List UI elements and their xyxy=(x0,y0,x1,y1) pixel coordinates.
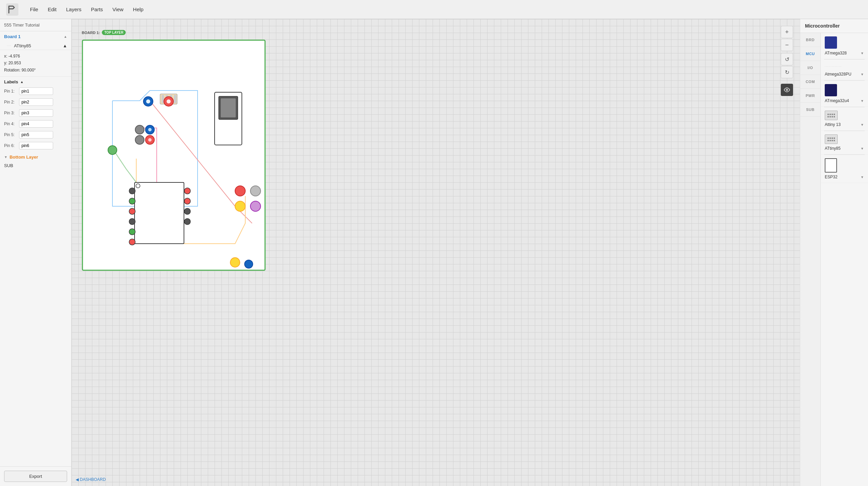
atmega328-arrow: ▼ xyxy=(861,51,864,55)
pin-4-label: Pin 4: xyxy=(4,122,16,126)
rotate-controls: ↺ ↻ xyxy=(781,53,793,78)
svg-point-39 xyxy=(786,89,788,91)
menu-layers[interactable]: Layers xyxy=(66,5,81,14)
menu-edit[interactable]: Edit xyxy=(48,5,57,14)
nav-pwr[interactable]: PWR xyxy=(800,89,820,103)
component-esp32: ESP32 ▼ xyxy=(821,155,868,183)
atmega328pu-dropdown[interactable]: Atmega328PU ▼ xyxy=(825,72,864,77)
pin-5-input[interactable] xyxy=(19,131,53,139)
zoom-controls: + − xyxy=(781,26,793,51)
zoom-in-button[interactable]: + xyxy=(781,26,793,38)
right-nav: BRD MCU I/O COM PWR SUB xyxy=(800,33,821,486)
atmega328-dropdown[interactable]: ATmega328 ▼ xyxy=(825,51,864,55)
svg-rect-0 xyxy=(6,3,18,16)
pin-row-6: Pin 6: xyxy=(0,140,71,151)
pcb-svg xyxy=(82,39,266,271)
coordinates-section: x: -4.976 y: 20.953 Rotation: 90.000° xyxy=(0,50,71,77)
pin-4-input[interactable] xyxy=(19,120,53,128)
labels-header[interactable]: Labels ▲ xyxy=(0,77,71,86)
esp32-chip xyxy=(825,158,837,173)
coord-y: y: 20.953 xyxy=(4,60,67,66)
svg-point-6 xyxy=(129,208,135,214)
right-panel: Microcontroller BRD MCU I/O COM PWR SUB xyxy=(800,19,868,486)
atmega328pu-label: Atmega328PU xyxy=(825,72,851,77)
nav-sub[interactable]: SUB xyxy=(800,103,820,117)
bottom-layer-label: Bottom Layer xyxy=(10,155,38,160)
coord-rotation: Rotation: 90.000° xyxy=(4,67,67,74)
zoom-out-button[interactable]: − xyxy=(781,39,793,51)
svg-rect-18 xyxy=(174,95,176,103)
component-attiny13: Attiny 13 ▼ xyxy=(821,107,868,131)
eye-btn-container xyxy=(781,84,793,96)
atmega32u4-chip xyxy=(825,84,837,96)
pin-2-input[interactable] xyxy=(19,98,53,106)
svg-point-34 xyxy=(250,186,261,196)
menu-help[interactable]: Help xyxy=(133,5,143,14)
attiny-header[interactable]: ···· ATtiny85 ▲ xyxy=(0,42,71,50)
board-1-header[interactable]: Board 1 ▲ xyxy=(0,31,71,42)
board-container: BOARD 1: TOP LAYER xyxy=(82,39,266,271)
nav-io[interactable]: I/O xyxy=(800,61,820,75)
main-layout: 555 Timer Tutorial Board 1 ▲ ···· ATtiny… xyxy=(0,19,868,486)
attiny-dots: ···· xyxy=(7,44,11,47)
attiny85-dropdown[interactable]: ATtiny85 ▼ xyxy=(825,146,864,151)
esp32-label: ESP32 xyxy=(825,175,837,179)
pin-1-label: Pin 1: xyxy=(4,89,16,94)
menu-parts[interactable]: Parts xyxy=(91,5,103,14)
right-panel-title: Microcontroller xyxy=(800,19,868,33)
attiny-chevron: ▲ xyxy=(63,43,67,48)
svg-point-32 xyxy=(108,146,117,155)
rotate-cw-button[interactable]: ↻ xyxy=(781,66,793,78)
pin-row-2: Pin 2: xyxy=(0,97,71,108)
attiny13-chip xyxy=(825,111,838,120)
atmega328pu-chip: ············ xyxy=(825,63,837,70)
attiny85-label: ATtiny85 xyxy=(825,146,840,151)
bottom-layer-row[interactable]: ▼ Bottom Layer xyxy=(0,151,71,161)
menu-file[interactable]: File xyxy=(30,5,38,14)
nav-com[interactable]: COM xyxy=(800,75,820,89)
board-label: BOARD 1: TOP LAYER xyxy=(82,30,126,35)
atmega328pu-arrow: ▼ xyxy=(861,72,864,76)
svg-point-33 xyxy=(235,186,245,196)
svg-point-26 xyxy=(135,125,144,134)
canvas-area: BOARD 1: TOP LAYER xyxy=(72,19,800,486)
pin-row-3: Pin 3: xyxy=(0,108,71,118)
dashboard-link[interactable]: ◀ DASHBOARD xyxy=(76,477,106,482)
labels-text: Labels xyxy=(4,79,18,84)
pin-6-label: Pin 6: xyxy=(4,143,16,148)
atmega32u4-arrow: ▼ xyxy=(861,99,864,103)
attiny85-arrow: ▼ xyxy=(861,147,864,150)
svg-point-28 xyxy=(148,128,152,131)
pin-5-label: Pin 5: xyxy=(4,132,16,137)
labels-chevron: ▲ xyxy=(20,80,24,84)
esp32-dropdown[interactable]: ESP32 ▼ xyxy=(825,175,864,179)
svg-point-35 xyxy=(235,201,245,211)
menu-view[interactable]: View xyxy=(112,5,123,14)
attiny13-arrow: ▼ xyxy=(861,123,864,127)
coord-x: x: -4.976 xyxy=(4,53,67,60)
attiny-label: ATtiny85 xyxy=(14,43,31,48)
component-attiny85: ATtiny85 ▼ xyxy=(821,131,868,155)
bottom-layer-arrow: ▼ xyxy=(4,155,7,159)
svg-point-20 xyxy=(146,99,150,103)
atmega32u4-dropdown[interactable]: ATmega32u4 ▼ xyxy=(825,98,864,103)
atmega328-label: ATmega328 xyxy=(825,51,847,55)
pin-3-input[interactable] xyxy=(19,109,53,117)
component-list: ATmega328 ▼ ············ Atmega328PU ▼ xyxy=(821,33,868,486)
component-atmega328: ATmega328 ▼ xyxy=(821,33,868,59)
board-label-text: BOARD 1: xyxy=(82,31,100,35)
export-button[interactable]: Export xyxy=(4,471,67,482)
pin-row-4: Pin 4: xyxy=(0,118,71,129)
svg-point-12 xyxy=(184,208,190,214)
nav-brd[interactable]: BRD xyxy=(800,33,820,47)
attiny85-chip xyxy=(825,134,838,144)
pin-row-5: Pin 5: xyxy=(0,129,71,140)
visibility-toggle-button[interactable] xyxy=(781,84,793,96)
board-1-chevron: ▲ xyxy=(64,35,67,38)
attiny13-dropdown[interactable]: Attiny 13 ▼ xyxy=(825,122,864,127)
rotate-ccw-button[interactable]: ↺ xyxy=(781,53,793,65)
nav-mcu[interactable]: MCU xyxy=(800,47,820,61)
pin-6-input[interactable] xyxy=(19,142,53,149)
pin-1-input[interactable] xyxy=(19,87,53,95)
svg-point-31 xyxy=(148,138,152,142)
